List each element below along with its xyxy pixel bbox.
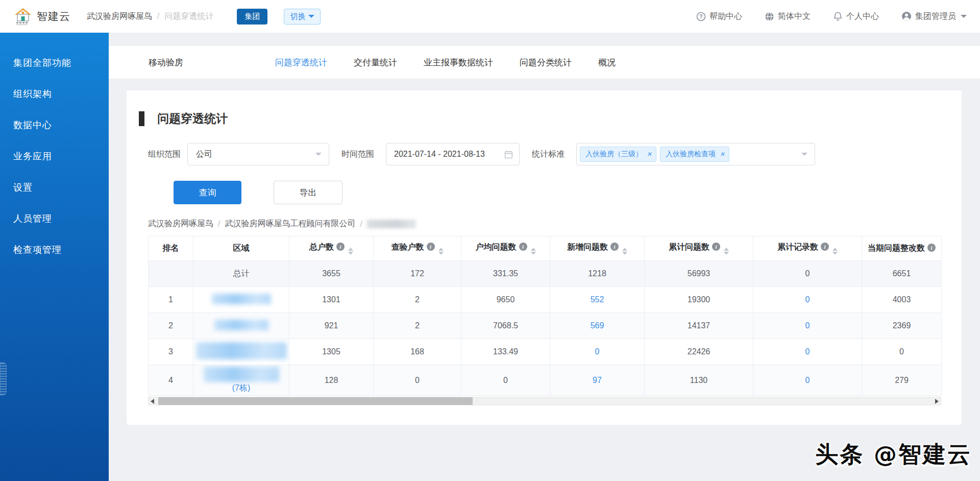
top-nav: ? 帮助中心 简体中文 个人中心 集团管理员 bbox=[696, 11, 967, 22]
censored-region-name[interactable] bbox=[212, 294, 271, 304]
new-problems-link[interactable]: 552 bbox=[550, 287, 645, 313]
records-link[interactable]: 0 bbox=[753, 365, 862, 396]
sort-icon[interactable] bbox=[832, 248, 838, 255]
sidebar-item-org-structure[interactable]: 组织架构 bbox=[0, 78, 109, 109]
standard-tag: 入伙验房（三级） bbox=[580, 147, 656, 162]
sidebar-item-inspection-items[interactable]: 检查项管理 bbox=[0, 234, 109, 265]
language-switcher[interactable]: 简体中文 bbox=[765, 11, 811, 22]
tab-problem-penetration-stats[interactable]: 问题穿透统计 bbox=[275, 57, 327, 68]
content-card: 问题穿透统计 组织范围 公司 时间范围 2021-07-14 - 2021-08… bbox=[127, 90, 962, 425]
sort-icon[interactable] bbox=[724, 248, 729, 255]
sidebar-item-settings[interactable]: 设置 bbox=[0, 172, 109, 203]
user-icon bbox=[901, 11, 912, 21]
censored-region-name[interactable] bbox=[204, 367, 279, 382]
app-name: 智建云 bbox=[37, 9, 70, 23]
table-row: 1 1301 2 9650 552 19300 0 4003 bbox=[149, 287, 942, 313]
tab-bar: 移动验房 问题穿透统计 交付量统计 业主报事数据统计 问题分类统计 概况 bbox=[109, 46, 980, 79]
close-icon[interactable] bbox=[720, 151, 725, 157]
info-icon[interactable] bbox=[712, 243, 720, 251]
org-level-1[interactable]: 武汉验房网啄屋鸟 bbox=[148, 219, 213, 229]
table-row: 2 921 2 7068.5 569 14137 0 2369 bbox=[149, 313, 942, 339]
info-icon[interactable] bbox=[610, 243, 619, 251]
sort-icon[interactable] bbox=[622, 248, 627, 255]
scroll-right-arrow-icon[interactable] bbox=[935, 399, 939, 404]
new-problems-link[interactable]: 569 bbox=[550, 313, 645, 339]
records-link[interactable]: 0 bbox=[753, 287, 862, 313]
scrollbar-thumb[interactable] bbox=[158, 397, 473, 405]
export-button[interactable]: 导出 bbox=[274, 181, 342, 204]
new-problems-link[interactable]: 0 bbox=[550, 339, 645, 365]
query-button[interactable]: 查询 bbox=[174, 181, 241, 204]
close-icon[interactable] bbox=[647, 151, 652, 157]
info-icon[interactable] bbox=[927, 244, 936, 252]
sidebar-item-data-center[interactable]: 数据中心 bbox=[0, 109, 109, 140]
standard-tag: 入伙验房检查项 bbox=[660, 147, 729, 162]
bell-icon bbox=[833, 11, 843, 21]
org-scope-label: 组织范围 bbox=[148, 149, 181, 160]
censored-region-name[interactable] bbox=[196, 342, 287, 359]
collapsed-panel-handle[interactable] bbox=[0, 363, 7, 395]
col-inspected-units[interactable]: 查验户数 bbox=[374, 236, 461, 261]
col-rank: 排名 bbox=[149, 236, 193, 261]
help-center-link[interactable]: ? 帮助中心 bbox=[696, 11, 742, 22]
breadcrumb-current: 问题穿透统计 bbox=[164, 11, 213, 22]
globe-icon bbox=[765, 12, 774, 21]
chevron-down-icon bbox=[961, 15, 967, 18]
sidebar-item-all-group-functions[interactable]: 集团全部功能 bbox=[0, 47, 109, 78]
tab-delivery-stats[interactable]: 交付量统计 bbox=[354, 57, 397, 68]
table-row: 4 (7栋) 128 0 0 97 1130 0 279 bbox=[149, 365, 942, 396]
info-icon[interactable] bbox=[519, 243, 527, 251]
stats-table: 排名 区域 总户数 查验户数 户均问题数 新增问题数 累计问题数 累计记录数 当… bbox=[148, 236, 942, 405]
records-link[interactable]: 0 bbox=[753, 339, 862, 365]
table-row-total: 总计 3655 172 331.35 1218 56993 0 6651 bbox=[149, 261, 942, 287]
calendar-icon bbox=[504, 150, 513, 159]
col-current-rectified[interactable]: 当期问题整改数 bbox=[862, 236, 942, 261]
info-icon[interactable] bbox=[336, 243, 345, 251]
app-logo[interactable]: 智建云 bbox=[13, 7, 70, 26]
top-header: 智建云 武汉验房网啄屋鸟 / 问题穿透统计 集团 切换 ? 帮助中心 简体中文 bbox=[0, 0, 980, 33]
sidebar-item-business-apps[interactable]: 业务应用 bbox=[0, 140, 109, 172]
new-problems-link[interactable]: 97 bbox=[550, 365, 645, 396]
horizontal-scrollbar[interactable] bbox=[148, 397, 941, 405]
censored-org-level-3 bbox=[367, 220, 416, 228]
chevron-down-icon bbox=[801, 153, 807, 156]
filter-row: 组织范围 公司 时间范围 2021-07-14 - 2021-08-13 统计标… bbox=[148, 143, 941, 165]
time-range-label: 时间范围 bbox=[341, 149, 374, 160]
sort-icon[interactable] bbox=[348, 248, 353, 255]
info-icon[interactable] bbox=[821, 243, 829, 251]
col-cumulative-records[interactable]: 累计记录数 bbox=[753, 236, 862, 261]
region-note-link[interactable]: (7栋) bbox=[193, 383, 289, 394]
sidebar-item-personnel[interactable]: 人员管理 bbox=[0, 203, 109, 234]
breadcrumb: 武汉验房网啄屋鸟 / 问题穿透统计 bbox=[87, 11, 213, 22]
sort-icon[interactable] bbox=[438, 248, 444, 255]
house-logo-icon bbox=[13, 7, 33, 26]
col-total-units[interactable]: 总户数 bbox=[289, 236, 374, 261]
info-icon[interactable] bbox=[427, 243, 435, 251]
scroll-left-arrow-icon[interactable] bbox=[151, 399, 154, 404]
records-link[interactable]: 0 bbox=[753, 313, 862, 339]
tab-owner-report-stats[interactable]: 业主报事数据统计 bbox=[424, 57, 493, 68]
col-avg-problems[interactable]: 户均问题数 bbox=[461, 236, 550, 261]
title-marker bbox=[139, 111, 144, 126]
col-region: 区域 bbox=[193, 236, 289, 261]
standard-multiselect[interactable]: 入伙验房（三级） 入伙验房检查项 bbox=[576, 143, 815, 165]
date-range-input[interactable]: 2021-07-14 - 2021-08-13 bbox=[386, 143, 520, 165]
page-title: 问题穿透统计 bbox=[157, 111, 228, 127]
section-label: 移动验房 bbox=[149, 57, 183, 68]
col-cumulative-problems[interactable]: 累计问题数 bbox=[645, 236, 753, 261]
switch-button[interactable]: 切换 bbox=[284, 9, 321, 25]
tab-problem-category-stats[interactable]: 问题分类统计 bbox=[520, 57, 572, 68]
censored-region-name[interactable] bbox=[214, 320, 268, 330]
table-header-row: 排名 区域 总户数 查验户数 户均问题数 新增问题数 累计问题数 累计记录数 当… bbox=[149, 236, 942, 261]
main-area: 移动验房 问题穿透统计 交付量统计 业主报事数据统计 问题分类统计 概况 问题穿… bbox=[109, 33, 980, 481]
account-menu[interactable]: 集团管理员 bbox=[901, 11, 967, 22]
sort-icon[interactable] bbox=[531, 248, 536, 255]
svg-text:?: ? bbox=[699, 13, 703, 19]
personal-center-link[interactable]: 个人中心 bbox=[833, 11, 879, 22]
org-level-2[interactable]: 武汉验房网啄屋鸟工程顾问有限公司 bbox=[225, 219, 355, 229]
group-badge: 集团 bbox=[237, 9, 267, 25]
org-scope-select[interactable]: 公司 bbox=[187, 143, 329, 165]
breadcrumb-org[interactable]: 武汉验房网啄屋鸟 bbox=[87, 11, 152, 22]
col-new-problems[interactable]: 新增问题数 bbox=[550, 236, 645, 261]
tab-overview[interactable]: 概况 bbox=[598, 57, 616, 68]
